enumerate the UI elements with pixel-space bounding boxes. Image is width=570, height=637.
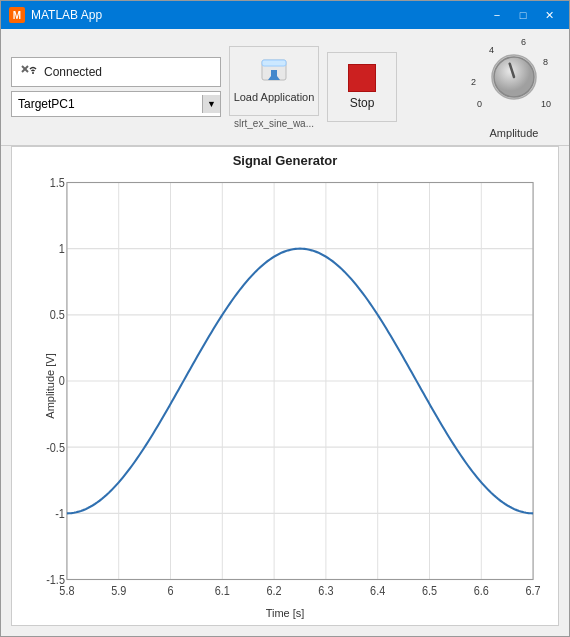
svg-text:6.7: 6.7: [526, 584, 541, 597]
filename-text: slrt_ex_sine_wa...: [234, 118, 314, 129]
svg-point-4: [32, 72, 34, 74]
svg-text:8: 8: [543, 57, 548, 67]
amplitude-knob-section: 0 2 4 6 8 10 Amplitude: [469, 35, 559, 139]
svg-text:6: 6: [167, 584, 173, 597]
close-button[interactable]: ✕: [537, 5, 561, 25]
connected-status: Connected: [11, 57, 221, 87]
svg-text:0: 0: [59, 375, 65, 388]
svg-text:6.4: 6.4: [370, 584, 386, 597]
svg-text:6: 6: [521, 37, 526, 47]
svg-text:-0.5: -0.5: [46, 441, 65, 454]
svg-text:5.8: 5.8: [59, 584, 74, 597]
connection-group: Connected TargetPC1 ▼: [11, 57, 221, 117]
title-bar: M MATLAB App − □ ✕: [1, 1, 569, 29]
chart-title: Signal Generator: [12, 147, 558, 170]
chart-inner: 1.510.50-0.5-1-1.55.85.966.16.26.36.46.5…: [57, 177, 543, 585]
window-controls: − □ ✕: [485, 5, 561, 25]
svg-text:6.2: 6.2: [267, 584, 282, 597]
knob-container[interactable]: 0 2 4 6 8 10: [469, 35, 559, 125]
y-axis-label: Amplitude [V]: [44, 353, 56, 418]
main-content: Signal Generator Amplitude [V] Time [s] …: [1, 146, 569, 636]
svg-text:6.5: 6.5: [422, 584, 437, 597]
target-name: TargetPC1: [18, 97, 75, 111]
main-window: M MATLAB App − □ ✕: [0, 0, 570, 637]
svg-text:5.9: 5.9: [111, 584, 126, 597]
svg-text:6.3: 6.3: [318, 584, 333, 597]
load-application-button[interactable]: Load Application: [229, 46, 319, 116]
app-icon: M: [9, 7, 25, 23]
toolbar: Connected TargetPC1 ▼ Load Application: [1, 29, 569, 146]
svg-text:1.5: 1.5: [50, 176, 65, 189]
svg-text:4: 4: [489, 45, 494, 55]
svg-text:6.6: 6.6: [474, 584, 489, 597]
svg-text:6.1: 6.1: [215, 584, 230, 597]
connected-label: Connected: [44, 65, 102, 79]
x-axis-label: Time [s]: [266, 607, 305, 619]
svg-rect-8: [271, 70, 277, 76]
svg-rect-6: [262, 60, 286, 66]
stop-icon: [348, 64, 376, 92]
maximize-button[interactable]: □: [511, 5, 535, 25]
svg-text:1: 1: [59, 243, 65, 256]
svg-text:0.5: 0.5: [50, 309, 65, 322]
svg-text:10: 10: [541, 99, 551, 109]
amplitude-label: Amplitude: [490, 127, 539, 139]
signal-chart: 1.510.50-0.5-1-1.55.85.966.16.26.36.46.5…: [57, 177, 543, 585]
svg-text:0: 0: [477, 99, 482, 109]
chart-area: Signal Generator Amplitude [V] Time [s] …: [11, 146, 559, 626]
window-title: MATLAB App: [31, 8, 485, 22]
dropdown-arrow-icon: ▼: [202, 95, 220, 113]
stop-button[interactable]: Stop: [327, 52, 397, 122]
connected-icon: [20, 62, 38, 83]
target-dropdown[interactable]: TargetPC1 ▼: [11, 91, 221, 117]
minimize-button[interactable]: −: [485, 5, 509, 25]
load-app-label: Load Application: [234, 91, 315, 104]
svg-text:-1: -1: [55, 507, 65, 520]
load-app-icon: [258, 56, 290, 88]
stop-label: Stop: [350, 96, 375, 110]
svg-text:2: 2: [471, 77, 476, 87]
svg-text:M: M: [13, 10, 21, 21]
